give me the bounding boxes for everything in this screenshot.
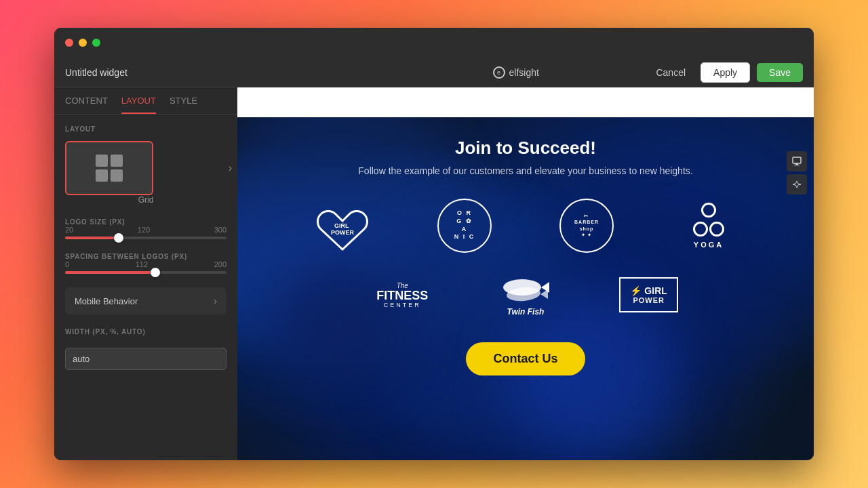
elfsight-logo: e elfsight bbox=[493, 66, 539, 79]
elfsight-icon: e bbox=[493, 66, 505, 79]
desktop-view-control[interactable] bbox=[787, 151, 807, 171]
desktop-icon bbox=[792, 157, 802, 166]
width-input[interactable] bbox=[65, 348, 226, 370]
spacing-max: 200 bbox=[214, 260, 226, 268]
window-titlebar bbox=[54, 28, 814, 58]
preview-side-controls bbox=[787, 151, 807, 195]
traffic-light-green[interactable] bbox=[92, 39, 100, 47]
svg-rect-6 bbox=[795, 163, 798, 165]
barber-circle: ✂BARBERshop✦ ✦ bbox=[559, 199, 614, 253]
window-main: Untitled widget CONTENT LAYOUT STYLE LAY… bbox=[54, 58, 814, 460]
spacing-section: SPACING BETWEEN LOGOS (PX) 0 112 200 bbox=[65, 253, 226, 274]
logo-girl-power-2: ⚡ GIRL POWER bbox=[594, 268, 704, 322]
preview-title: Join to Succeed! bbox=[455, 138, 596, 159]
yoga-circle-right bbox=[709, 222, 724, 237]
traffic-light-yellow[interactable] bbox=[79, 39, 87, 47]
logo-size-values: 20 120 300 bbox=[65, 226, 226, 234]
mobile-behavior-label: Mobile Behavior bbox=[75, 296, 138, 306]
yoga-circle-left bbox=[693, 222, 708, 237]
spacing-min: 0 bbox=[65, 260, 69, 268]
svg-rect-7 bbox=[794, 165, 800, 165]
main-area: e elfsight Cancel Apply Save bbox=[237, 58, 814, 460]
logo-size-thumb[interactable] bbox=[114, 233, 123, 243]
logos-row-1: GIRL POWER O RG ✿AN I C bbox=[288, 197, 763, 254]
tab-content[interactable]: CONTENT bbox=[65, 96, 108, 114]
logo-size-max: 300 bbox=[214, 226, 226, 234]
save-button[interactable]: Save bbox=[757, 63, 803, 82]
preview-content: Join to Succeed! Follow the example of o… bbox=[237, 117, 814, 460]
twinfish-text: Twin Fish bbox=[495, 307, 556, 317]
mobile-behavior-chevron-icon: › bbox=[214, 296, 217, 306]
svg-marker-4 bbox=[540, 289, 548, 299]
sidebar-tabs: CONTENT LAYOUT STYLE bbox=[54, 87, 237, 115]
elfsight-text: elfsight bbox=[509, 67, 539, 78]
barber-text: ✂BARBERshop✦ ✦ bbox=[574, 213, 599, 237]
app-window: Untitled widget CONTENT LAYOUT STYLE LAY… bbox=[54, 28, 814, 460]
spacing-label: SPACING BETWEEN LOGOS (PX) bbox=[65, 253, 226, 260]
svg-rect-5 bbox=[793, 157, 801, 163]
girlpower2-lightning: ⚡ GIRL bbox=[630, 285, 667, 296]
twinfish-svg bbox=[495, 274, 556, 308]
tab-style[interactable]: STYLE bbox=[170, 96, 197, 114]
logo-barber-shop: ✂BARBERshop✦ ✦ bbox=[532, 197, 641, 254]
logo-twin-fish: Twin Fish bbox=[471, 268, 580, 322]
cancel-button[interactable]: Cancel bbox=[648, 63, 694, 82]
topbar: e elfsight Cancel Apply Save bbox=[237, 58, 814, 87]
fitness-main-text: FITNESS bbox=[376, 289, 428, 302]
paint-icon bbox=[792, 180, 802, 189]
logo-fitness-center: The FITNESS CENTER bbox=[348, 268, 458, 322]
grid-cell-4 bbox=[111, 169, 123, 182]
layout-options-wrapper: › bbox=[65, 141, 226, 195]
sidebar: Untitled widget CONTENT LAYOUT STYLE LAY… bbox=[54, 58, 237, 460]
logo-size-fill bbox=[65, 237, 119, 239]
layout-chevron-right-icon: › bbox=[229, 162, 232, 174]
svg-text:GIRL
                    POWER: GIRL POWER bbox=[331, 222, 355, 236]
tab-layout[interactable]: LAYOUT bbox=[121, 96, 156, 114]
spacing-track[interactable] bbox=[65, 271, 226, 274]
fitness-logo: The FITNESS CENTER bbox=[376, 282, 428, 308]
contact-us-button[interactable]: Contact Us bbox=[466, 342, 585, 375]
grid-cell-3 bbox=[96, 169, 108, 182]
yoga-text: YOGA bbox=[694, 241, 724, 249]
apply-button[interactable]: Apply bbox=[701, 62, 750, 83]
traffic-light-red[interactable] bbox=[65, 39, 73, 47]
logo-size-section: LOGO SIZE (PX) 20 120 300 bbox=[65, 218, 226, 239]
fitness-center-text: CENTER bbox=[384, 302, 421, 308]
spacing-fill bbox=[65, 271, 155, 274]
spacing-values: 0 112 200 bbox=[65, 260, 226, 268]
girlpower2-text: POWER bbox=[633, 296, 665, 304]
logo-size-min: 20 bbox=[65, 226, 73, 234]
spacing-thumb[interactable] bbox=[151, 268, 160, 277]
widget-name-bar: Untitled widget bbox=[54, 58, 237, 87]
spacing-current: 112 bbox=[136, 260, 148, 268]
logo-girl-power: GIRL POWER bbox=[288, 197, 397, 254]
fitness-the-text: The bbox=[397, 282, 408, 289]
logo-organic-cafe: O RG ✿AN I C bbox=[410, 197, 519, 254]
logos-row-2: The FITNESS CENTER bbox=[348, 268, 704, 322]
preview-subtitle: Follow the example of our customers and … bbox=[358, 165, 692, 176]
yoga-circle-top bbox=[701, 203, 716, 218]
girlpower2-logo: ⚡ GIRL POWER bbox=[619, 277, 677, 312]
width-label: WIDTH (PX, %, AUTO) bbox=[65, 328, 226, 336]
width-section: WIDTH (PX, %, AUTO) bbox=[65, 328, 226, 370]
grid-layout-icon bbox=[96, 155, 123, 182]
yoga-icon: YOGA bbox=[692, 203, 726, 249]
logo-size-current: 120 bbox=[138, 226, 150, 234]
girl-power-svg: GIRL POWER bbox=[315, 197, 370, 254]
yoga-circles bbox=[692, 203, 726, 237]
topbar-right: Cancel Apply Save bbox=[648, 62, 803, 83]
preview-inner: Join to Succeed! Follow the example of o… bbox=[264, 138, 787, 375]
layout-section-label: LAYOUT bbox=[65, 125, 226, 133]
mobile-behavior-row[interactable]: Mobile Behavior › bbox=[65, 287, 226, 314]
paint-control[interactable] bbox=[787, 174, 807, 195]
logo-size-label: LOGO SIZE (PX) bbox=[65, 218, 226, 226]
widget-name-label: Untitled widget bbox=[65, 67, 127, 78]
layout-option-grid[interactable] bbox=[65, 141, 153, 195]
grid-cell-1 bbox=[96, 155, 108, 167]
grid-cell-2 bbox=[111, 155, 123, 167]
organic-circle: O RG ✿AN I C bbox=[437, 199, 492, 253]
layout-option-label: Grid bbox=[65, 195, 226, 205]
twinfish-logo: Twin Fish bbox=[495, 274, 556, 317]
logo-size-track[interactable] bbox=[65, 237, 226, 239]
preview-area: Join to Succeed! Follow the example of o… bbox=[237, 87, 814, 460]
